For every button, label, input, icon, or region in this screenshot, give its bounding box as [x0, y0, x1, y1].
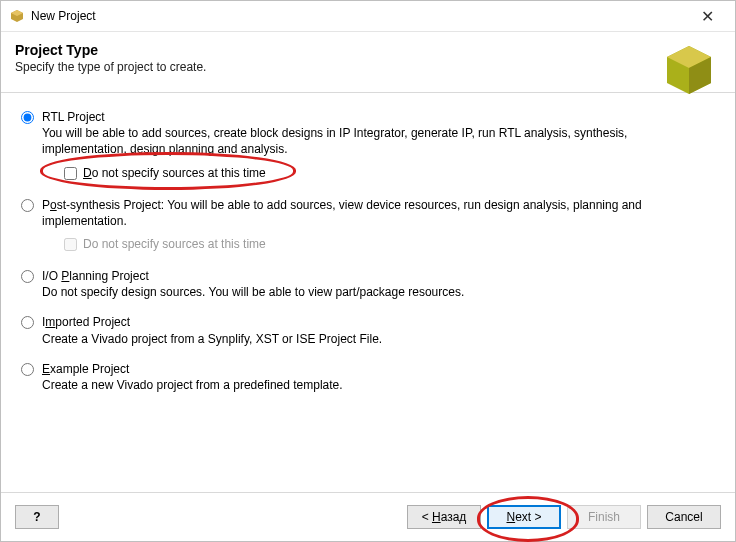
window-title: New Project [31, 9, 687, 23]
page-title: Project Type [15, 42, 721, 58]
back-button[interactable]: < Назад [407, 505, 481, 529]
wizard-content: RTL Project You will be able to add sour… [1, 93, 735, 492]
radio-rtl-project[interactable] [21, 111, 34, 124]
option-rtl-project[interactable]: RTL Project You will be able to add sour… [21, 109, 715, 183]
option-example-project[interactable]: Example Project Create a new Vivado proj… [21, 361, 715, 393]
radio-io-planning[interactable] [21, 270, 34, 283]
option-rtl-desc: You will be able to add sources, create … [42, 126, 627, 156]
new-project-dialog: New Project ✕ Project Type Specify the t… [0, 0, 736, 542]
wizard-footer: ? < Назад Next > Finish Cancel [1, 492, 735, 541]
option-example-title: Example Project [42, 362, 129, 376]
close-icon[interactable]: ✕ [687, 7, 727, 26]
checkbox-postsynth-no-sources [64, 238, 77, 251]
option-imported-desc: Create a Vivado project from a Synplify,… [42, 332, 382, 346]
option-postsynth-title: Post-synthesis Project [42, 198, 161, 212]
radio-postsynth-project[interactable] [21, 199, 34, 212]
checkbox-rtl-no-sources[interactable] [64, 167, 77, 180]
titlebar: New Project ✕ [1, 1, 735, 32]
wizard-header: Project Type Specify the type of project… [1, 32, 735, 93]
next-button[interactable]: Next > [487, 505, 561, 529]
option-imported-title: Imported Project [42, 315, 130, 329]
option-postsynth-project[interactable]: Post-synthesis Project: You will be able… [21, 197, 715, 254]
help-button[interactable]: ? [15, 505, 59, 529]
option-imported-project[interactable]: Imported Project Create a Vivado project… [21, 314, 715, 346]
cancel-button[interactable]: Cancel [647, 505, 721, 529]
option-io-title: I/O Planning Project [42, 269, 149, 283]
option-io-desc: Do not specify design sources. You will … [42, 285, 464, 299]
option-rtl-title: RTL Project [42, 110, 105, 124]
option-example-desc: Create a new Vivado project from a prede… [42, 378, 343, 392]
vivado-icon [9, 8, 25, 24]
radio-imported-project[interactable] [21, 316, 34, 329]
radio-example-project[interactable] [21, 363, 34, 376]
xilinx-brand-icon [661, 42, 717, 98]
checkbox-rtl-no-sources-label: Do not specify sources at this time [83, 165, 266, 181]
checkbox-postsynth-no-sources-label: Do not specify sources at this time [83, 236, 266, 252]
finish-button: Finish [567, 505, 641, 529]
page-subtitle: Specify the type of project to create. [15, 60, 721, 74]
option-io-planning[interactable]: I/O Planning Project Do not specify desi… [21, 268, 715, 300]
